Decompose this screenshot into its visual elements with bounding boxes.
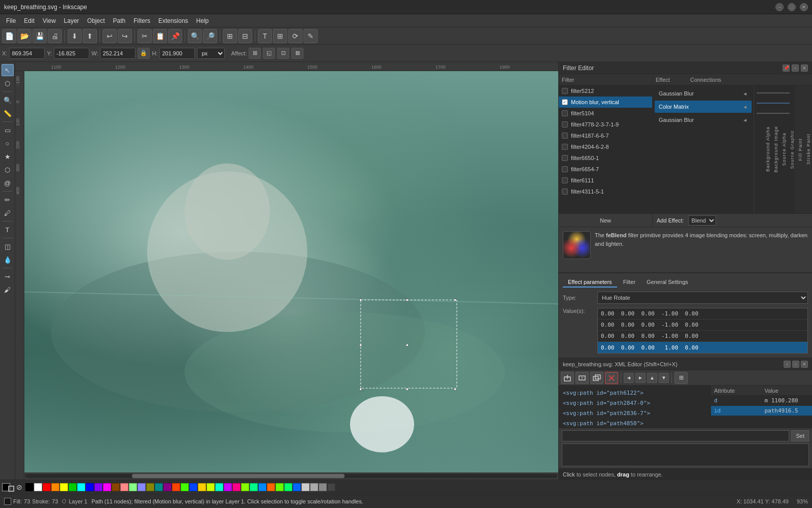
affect-btn3[interactable]: ⊡ [277, 48, 289, 59]
ellipse-tool[interactable]: ○ [2, 137, 14, 149]
color-swatch[interactable] [310, 483, 318, 491]
color-swatch[interactable] [224, 483, 232, 491]
y-input[interactable] [54, 48, 89, 59]
color-swatch[interactable] [25, 483, 33, 491]
color-swatch[interactable] [51, 483, 59, 491]
measure-tool[interactable]: 📏 [2, 107, 14, 119]
color-swatch[interactable] [241, 483, 249, 491]
filter-item[interactable]: filter4311-5-1 [559, 186, 652, 197]
filter-checkbox[interactable] [562, 133, 568, 139]
rect-tool[interactable]: ▭ [2, 124, 14, 136]
color-swatch[interactable] [94, 483, 103, 491]
no-paint-icon[interactable]: ⊘ [16, 483, 22, 491]
filter-checkbox[interactable] [562, 121, 568, 128]
values-table[interactable]: 0.00 0.00 0.00 -1.00 0.00 0.00 0.00 0.00… [597, 308, 808, 354]
3d-box-tool[interactable]: ⬡ [2, 164, 14, 176]
xml-node[interactable]: <svg:path id="path4850"> [559, 418, 710, 428]
color-swatch[interactable] [327, 483, 335, 491]
filter-checkbox[interactable] [562, 166, 568, 172]
value-row-1[interactable]: 0.00 0.00 0.00 -1.00 0.00 [598, 308, 807, 320]
xml-editor-restore-button[interactable]: ○ [792, 361, 799, 368]
cut-button[interactable]: ✂ [138, 29, 152, 43]
filter-checkbox[interactable] [562, 155, 568, 161]
import-button[interactable]: ⬇ [67, 29, 82, 43]
color-swatch[interactable] [301, 483, 310, 491]
node-tool[interactable]: ⬡ [2, 77, 14, 89]
redo-button[interactable]: ↪ [118, 29, 132, 43]
xml-set-button[interactable]: Set [791, 430, 809, 441]
calligraphy-tool[interactable]: 🖊 [2, 207, 14, 219]
xml-value-textarea[interactable] [562, 443, 809, 466]
affect-btn4[interactable]: ⊠ [291, 48, 303, 59]
text-tool-btn[interactable]: T [258, 29, 272, 43]
xml-tree[interactable]: <svg:path id="path6122"> <svg:path id="p… [559, 386, 710, 428]
color-swatch[interactable] [86, 483, 94, 491]
xe-duplicate-btn[interactable] [590, 372, 603, 384]
color-swatch[interactable] [146, 483, 154, 491]
open-button[interactable]: 📂 [17, 29, 31, 43]
w-input[interactable] [100, 48, 136, 59]
tab-general-settings[interactable]: General Settings [641, 277, 693, 288]
effect-item-gaussian1[interactable]: Gaussian Blur ◄ [655, 87, 752, 100]
value-row-2[interactable]: 0.00 0.00 0.00 -1.00 0.00 [598, 320, 807, 331]
effect-list[interactable]: Gaussian Blur ◄ Color Matrix ◄ Gaussian … [653, 85, 754, 213]
horizontal-scrollbar[interactable] [24, 472, 558, 480]
filter-new-button[interactable]: New [559, 213, 652, 227]
menu-help[interactable]: Help [192, 16, 213, 26]
menu-extensions[interactable]: Extensions [154, 16, 192, 26]
affect-btn2[interactable]: ◱ [263, 48, 275, 59]
filter-list[interactable]: filter5212 ✓ Motion blur, vertical filte… [559, 85, 652, 213]
color-swatch[interactable] [198, 483, 206, 491]
color-swatch[interactable] [207, 483, 215, 491]
filter-item[interactable]: filter6111 [559, 175, 652, 186]
canvas-viewport[interactable] [24, 71, 558, 472]
zoom-out-button[interactable]: 🔎 [203, 29, 217, 43]
text-tool[interactable]: T [2, 224, 14, 236]
align-button[interactable]: ⊞ [273, 29, 287, 43]
group-button[interactable]: ⊞ [223, 29, 237, 43]
effect-item-gaussian2[interactable]: Gaussian Blur ◄ [655, 114, 752, 126]
color-swatch[interactable] [34, 483, 42, 491]
color-swatch[interactable] [43, 483, 51, 491]
color-swatch[interactable] [69, 483, 77, 491]
filter-editor-collapse-button[interactable]: – [792, 65, 799, 72]
color-swatch[interactable] [293, 483, 301, 491]
color-swatch[interactable] [284, 483, 292, 491]
filter-checkbox[interactable] [562, 188, 568, 195]
save-button[interactable]: 💾 [32, 29, 47, 43]
transform-button[interactable]: ⟳ [288, 29, 302, 43]
paint-tool[interactable]: 🖌 [2, 283, 14, 296]
filter-item[interactable]: filter6650-1 [559, 152, 652, 164]
eyedropper-tool[interactable]: 💧 [2, 253, 14, 266]
color-swatch[interactable] [60, 483, 68, 491]
filter-checkbox-checked[interactable]: ✓ [562, 99, 568, 105]
xe-new-element-btn[interactable] [561, 372, 574, 384]
xml-node[interactable]: <svg:path id="path6122"> [559, 388, 710, 398]
xml-node[interactable]: <svg:path id="path2836-7"> [559, 408, 710, 418]
xe-next-btn[interactable]: ► [635, 373, 646, 383]
xe-prev-btn[interactable]: ◄ [624, 373, 634, 383]
color-swatch[interactable] [163, 483, 172, 491]
print-button[interactable]: 🖨 [48, 29, 62, 43]
xml-attr-value-input[interactable] [562, 430, 789, 441]
xe-down-btn[interactable]: ▼ [659, 373, 669, 383]
minimize-button[interactable]: – [775, 3, 784, 11]
maximize-button[interactable]: □ [788, 3, 796, 11]
menu-filters[interactable]: Filters [129, 16, 154, 26]
zoom-in-button[interactable]: 🔍 [188, 29, 202, 43]
xml-node[interactable]: <svg:path id="path2847-0"> [559, 398, 710, 408]
xml-editor-btn[interactable]: ✎ [303, 29, 318, 43]
menu-object[interactable]: Object [83, 16, 109, 26]
color-swatch[interactable] [181, 483, 189, 491]
new-button[interactable]: 📄 [2, 29, 16, 43]
menu-edit[interactable]: Edit [20, 16, 39, 26]
layer-indicator[interactable]: ⬡ Layer 1 [62, 498, 87, 504]
lock-ratio-button[interactable]: 🔒 [138, 48, 150, 59]
color-swatch[interactable] [250, 483, 258, 491]
menu-path[interactable]: Path [109, 16, 130, 26]
ungroup-button[interactable]: ⊟ [238, 29, 252, 43]
effect-item-colormatrix[interactable]: Color Matrix ◄ [655, 101, 752, 113]
filter-checkbox[interactable] [562, 144, 568, 150]
xe-delete-btn[interactable] [605, 372, 618, 384]
filter-item[interactable]: filter4778-2-3-7-1-9 [559, 119, 652, 130]
